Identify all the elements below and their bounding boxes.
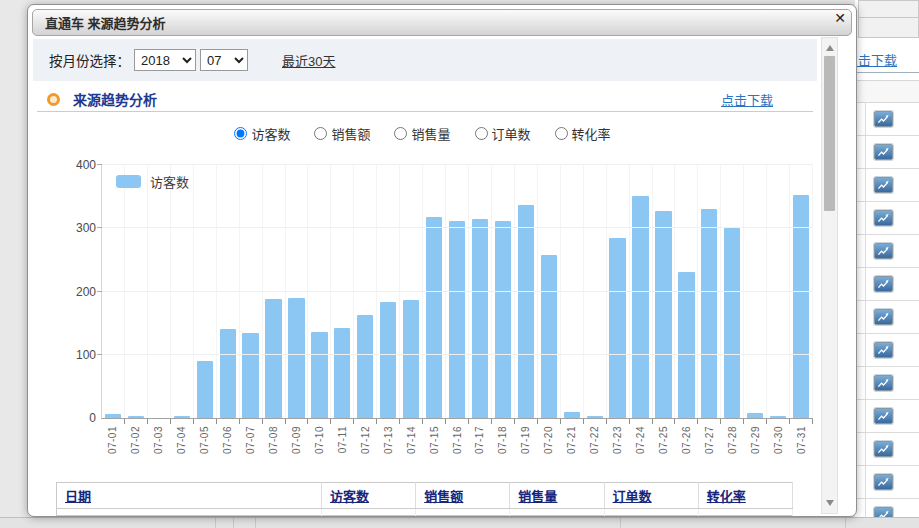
x-label: 07-03 [147,426,170,478]
trend-chart-icon[interactable] [874,441,893,457]
bar-slot [102,165,125,418]
bar-slot [790,165,813,418]
trend-chart-icon[interactable] [874,210,893,226]
bar-slot [538,165,561,418]
trend-analysis-dialog: 直通车 来源趋势分析 ✕ 按月份选择： 2018 07 最近30天 来源趋势分析… [27,4,857,517]
background-icon-table [855,80,919,528]
data-table: 日期访客数销售额销售量订单数转化率 [56,482,793,516]
bar-slot [125,165,148,418]
column-sort-link[interactable]: 订单数 [613,489,652,504]
trend-chart-icon[interactable] [874,375,893,391]
bar-07-07 [242,333,258,418]
column-sort-link[interactable]: 访客数 [330,489,369,504]
column-sort-link[interactable]: 销售量 [518,489,557,504]
bar-slot [171,165,194,418]
y-axis-label: 200 [54,285,96,299]
trend-chart-icon[interactable] [874,342,893,358]
metric-option-2[interactable]: 销售量 [394,124,450,143]
x-label-text: 07-20 [543,426,554,454]
background-bottom-strip [0,517,919,528]
year-select[interactable]: 2018 [134,49,196,71]
background-row-cell [865,367,919,399]
x-label: 07-29 [744,426,767,478]
trend-chart-icon[interactable] [874,474,893,490]
download-link[interactable]: 点击下载 [721,90,773,109]
bar-slot [263,165,286,418]
x-label-text: 07-09 [291,426,302,454]
metric-radio-1[interactable] [314,127,327,140]
background-row-cell [865,169,919,201]
trend-chart-icon[interactable] [874,144,893,160]
metric-label: 访客数 [251,124,290,143]
empty-cell [321,509,415,516]
close-icon[interactable]: ✕ [834,10,846,26]
bar-slot [148,165,171,418]
bar-slot [308,165,331,418]
trend-chart-icon[interactable] [874,177,893,193]
x-label: 07-20 [537,426,560,478]
month-filter-bar: 按月份选择： 2018 07 最近30天 [33,39,817,81]
bar-slot [698,165,721,418]
bar-slot [286,165,309,418]
metric-option-4[interactable]: 转化率 [555,124,611,143]
bar-07-11 [334,328,350,418]
background-table-header [855,81,919,103]
month-select[interactable]: 07 [200,49,248,71]
column-header-4: 订单数 [604,483,698,509]
metric-radio-4[interactable] [555,127,568,140]
x-label: 07-13 [377,426,400,478]
metric-radio-3[interactable] [475,127,488,140]
trend-chart-icon[interactable] [874,309,893,325]
column-sort-link[interactable]: 日期 [65,489,91,504]
column-header-1: 访客数 [321,483,415,509]
y-axis-label: 100 [54,348,96,362]
section-divider [37,111,813,112]
scrollbar-down-icon[interactable] [826,500,834,506]
legend-swatch-icon [116,175,141,188]
background-row-cell [865,400,919,432]
bar-slot [767,165,790,418]
bar-07-08 [265,299,281,418]
bar-slot [194,165,217,418]
trend-chart-icon[interactable] [874,276,893,292]
x-label: 07-28 [721,426,744,478]
dialog-title: 直通车 来源趋势分析 [45,13,166,32]
column-sort-link[interactable]: 转化率 [707,489,746,504]
metric-option-3[interactable]: 订单数 [475,124,531,143]
x-label-text: 07-19 [520,426,531,454]
dialog-scrollbar[interactable] [821,37,838,514]
bar-07-16 [449,221,465,418]
x-label: 07-23 [606,426,629,478]
x-label-text: 07-01 [107,426,118,454]
x-label: 07-22 [583,426,606,478]
metric-radio-2[interactable] [394,127,407,140]
x-label-text: 07-21 [566,426,577,454]
background-divider [855,72,919,73]
x-label-text: 07-10 [314,426,325,454]
bar-07-04 [174,416,190,418]
background-table-row [855,466,919,499]
scrollbar-up-icon[interactable] [826,45,834,51]
metric-option-1[interactable]: 销售额 [314,124,370,143]
dialog-titlebar[interactable]: 直通车 来源趋势分析 [32,9,852,36]
recent-30-days-link[interactable]: 最近30天 [282,51,335,70]
metric-radio-0[interactable] [234,127,247,140]
gridline [102,291,813,292]
gridline [102,227,813,228]
x-label: 07-31 [790,426,813,478]
bar-07-17 [472,219,488,418]
trend-chart-icon[interactable] [874,408,893,424]
metric-radio-group: 访客数销售额销售量订单数转化率 [28,122,817,144]
metric-label: 转化率 [572,124,611,143]
trend-chart-icon[interactable] [874,111,893,127]
bar-slot [377,165,400,418]
metric-label: 销售额 [331,124,370,143]
orange-bullet-icon [47,93,60,106]
column-sort-link[interactable]: 销售额 [424,489,463,504]
x-label-text: 07-30 [773,426,784,454]
scrollbar-thumb[interactable] [824,56,835,211]
x-label-text: 07-27 [704,426,715,454]
metric-option-0[interactable]: 访客数 [234,124,290,143]
bar-slot [400,165,423,418]
trend-chart-icon[interactable] [874,243,893,259]
